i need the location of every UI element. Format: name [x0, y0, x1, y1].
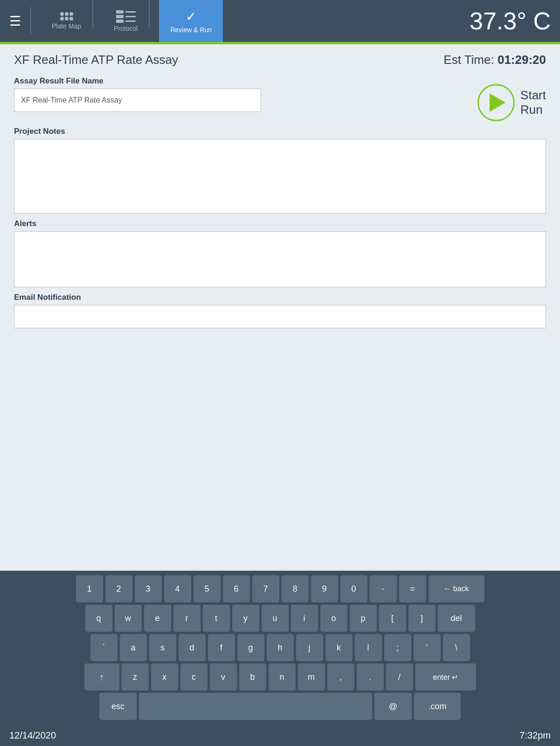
key-j[interactable]: j [296, 634, 323, 661]
key-p[interactable]: p [350, 605, 377, 632]
key-c[interactable]: c [180, 663, 207, 691]
key-9[interactable]: 9 [311, 575, 338, 602]
key-g[interactable]: g [237, 634, 264, 661]
keyboard: 1 2 3 4 5 6 7 8 9 0 - = ← back q w e r t… [0, 571, 560, 725]
key-r[interactable]: r [173, 605, 200, 632]
tab-review-run[interactable]: ✓ Review & Run [159, 0, 223, 42]
key-space[interactable] [139, 693, 372, 720]
key-e[interactable]: e [144, 605, 171, 632]
review-run-label: Review & Run [170, 26, 212, 34]
key-a[interactable]: a [120, 634, 147, 661]
project-notes-label: Project Notes [14, 127, 546, 136]
key-v[interactable]: v [210, 663, 237, 691]
key-5[interactable]: 5 [194, 575, 221, 602]
key-equals[interactable]: = [399, 575, 426, 602]
key-slash[interactable]: / [386, 663, 413, 691]
key-backspace[interactable]: ← back [429, 575, 484, 602]
start-run-label: StartRun [520, 88, 546, 117]
key-u[interactable]: u [262, 605, 289, 632]
alerts-section: Alerts [14, 219, 546, 287]
key-1[interactable]: 1 [76, 575, 103, 602]
key-quote[interactable]: ' [414, 634, 441, 661]
key-dotcom[interactable]: .com [414, 693, 461, 720]
key-b[interactable]: b [239, 663, 266, 691]
alerts-input[interactable] [14, 231, 546, 287]
key-lbracket[interactable]: [ [379, 605, 406, 632]
key-q[interactable]: q [85, 605, 112, 632]
key-2[interactable]: 2 [105, 575, 132, 602]
key-n[interactable]: n [269, 663, 296, 691]
keyboard-row-1: 1 2 3 4 5 6 7 8 9 0 - = ← back [4, 575, 556, 602]
key-backslash[interactable]: \ [443, 634, 470, 661]
key-4[interactable]: 4 [164, 575, 191, 602]
page-title-row: XF Real-Time ATP Rate Assay Est Time: 01… [0, 44, 560, 72]
start-run-button[interactable]: StartRun [477, 84, 546, 121]
play-icon [490, 93, 505, 112]
plate-map-label: Plate Map [52, 22, 81, 30]
key-z[interactable]: z [122, 663, 149, 691]
key-l[interactable]: l [355, 634, 382, 661]
key-f[interactable]: f [208, 634, 235, 661]
key-shift[interactable]: ↑ [84, 663, 119, 691]
nav-tabs: Plate Map Protocol [41, 0, 470, 42]
plate-map-icon [60, 12, 73, 21]
file-name-input[interactable] [14, 89, 261, 112]
key-d[interactable]: d [179, 634, 206, 661]
key-7[interactable]: 7 [252, 575, 279, 602]
key-i[interactable]: i [291, 605, 318, 632]
keyboard-row-4: ↑ z x c v b n m , . / enter ↵ [4, 663, 556, 691]
project-notes-section: Project Notes [14, 127, 546, 214]
content-area: Assay Result File Name StartRun Project … [0, 72, 560, 571]
key-x[interactable]: x [151, 663, 178, 691]
key-s[interactable]: s [149, 634, 176, 661]
key-h[interactable]: h [267, 634, 294, 661]
page-title: XF Real-Time ATP Rate Assay [14, 53, 178, 67]
key-8[interactable]: 8 [282, 575, 309, 602]
key-w[interactable]: w [115, 605, 142, 632]
key-rbracket[interactable]: ] [408, 605, 436, 632]
key-m[interactable]: m [298, 663, 325, 691]
tab-plate-map[interactable]: Plate Map [41, 0, 92, 42]
keyboard-row-3: ` a s d f g h j k l ; ' \ [4, 634, 556, 661]
key-0[interactable]: 0 [340, 575, 367, 602]
key-semicolon[interactable]: ; [384, 634, 411, 661]
key-t[interactable]: t [203, 605, 230, 632]
temperature-display: 37.3° C [470, 7, 551, 35]
key-at[interactable]: @ [374, 693, 412, 720]
protocol-icon [116, 10, 136, 23]
status-date: 12/14/2020 [9, 730, 56, 741]
key-backtick[interactable]: ` [90, 634, 118, 661]
tab-divider-1 [92, 0, 93, 28]
key-del[interactable]: del [438, 605, 475, 632]
key-3[interactable]: 3 [135, 575, 162, 602]
key-o[interactable]: o [320, 605, 347, 632]
file-name-label: Assay Result File Name [14, 76, 546, 86]
menu-icon[interactable]: ☰ [9, 14, 21, 29]
key-6[interactable]: 6 [223, 575, 250, 602]
status-bar: 12/14/2020 7:32pm [0, 725, 560, 746]
key-enter[interactable]: enter ↵ [415, 663, 476, 691]
key-y[interactable]: y [232, 605, 259, 632]
file-name-row: StartRun [14, 89, 546, 121]
key-comma[interactable]: , [327, 663, 354, 691]
status-time: 7:32pm [519, 730, 551, 741]
keyboard-row-2: q w e r t y u i o p [ ] del [4, 605, 556, 632]
email-label: Email Notification [14, 293, 546, 302]
header-divider [30, 7, 31, 35]
check-icon: ✓ [186, 9, 196, 24]
keyboard-row-5: esc @ .com [4, 693, 556, 720]
key-period[interactable]: . [357, 663, 384, 691]
tab-protocol[interactable]: Protocol [103, 0, 149, 42]
key-k[interactable]: k [325, 634, 353, 661]
project-notes-input[interactable] [14, 139, 546, 214]
est-time-value: 01:29:20 [498, 53, 546, 67]
alerts-label: Alerts [14, 219, 546, 228]
email-input[interactable] [14, 305, 546, 328]
est-time-label: Est Time: [443, 53, 494, 67]
email-section: Email Notification [14, 293, 546, 328]
key-minus[interactable]: - [370, 575, 397, 602]
start-run-circle [477, 84, 515, 121]
tab-divider-2 [149, 0, 150, 28]
file-name-section: Assay Result File Name StartRun [14, 76, 546, 121]
key-esc[interactable]: esc [99, 693, 137, 720]
